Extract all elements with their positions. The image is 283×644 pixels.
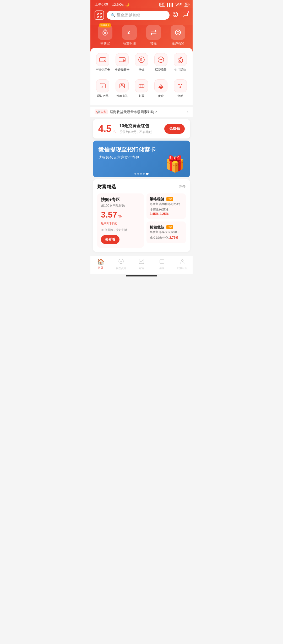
right-card-wenjiandibo[interactable]: 稳健低波 代销 季季宝 乐享天天购90··· 成立以来年化 2.76% (146, 221, 186, 243)
wealth-section-header: 财富精选 更多 (97, 184, 186, 190)
message-button[interactable]: 2 (182, 11, 188, 19)
service-apply-saving[interactable]: 申请储蓄卡 (113, 53, 131, 72)
right-card-2-tag: 代销 (166, 225, 173, 229)
borrow-icon: ¥ (135, 53, 148, 66)
nav-review[interactable]: 收盘点评 (111, 258, 131, 270)
wifi-icon: WiFi (176, 3, 182, 7)
right-card-2-title: 稳健低波 (150, 225, 164, 229)
service-borrow[interactable]: ¥ 借钱 (132, 53, 151, 72)
gold-info: 10毫克黄金红包 价值约4.5元，不容错过 (119, 123, 161, 134)
service-label-credit: 申请信用卡 (96, 68, 110, 72)
gold-amount-wrap: 4.5 元 (98, 124, 116, 134)
news-text: 理财收益受哪些市场因素影响？ (110, 110, 185, 114)
life-icon (159, 258, 165, 266)
quick-item-zhanghu[interactable]: 账户总览 (171, 25, 185, 46)
svg-point-41 (122, 84, 123, 85)
movie-icon (135, 79, 148, 92)
search-bar[interactable]: 🔍 砸金蛋 抽锦鲤 (107, 11, 170, 20)
service-movie[interactable]: 影票 (132, 79, 151, 98)
right-card-celuewenjian[interactable]: 策略稳健 代销 定期宝 嘉和稳选封闭3号 业绩比较基准 3.45%-4.25% (146, 193, 186, 219)
left-card-risk: R1低风险，实时到账 (101, 228, 140, 232)
right-card-2-sub: 季季宝 乐享天天购90··· (150, 230, 183, 234)
nav-home[interactable]: 🏠 首页 (90, 258, 111, 270)
gold-claim-button[interactable]: 免费领 (164, 124, 185, 134)
banner-dots (134, 173, 149, 175)
signal-icon: ▌▌▌ (167, 3, 174, 7)
svg-rect-24 (100, 60, 102, 60)
zhanghu-icon-wrap (171, 25, 185, 40)
quick-item-chaochaobao[interactable]: 抽体验金 朝朝宝 (98, 25, 112, 46)
service-recommend[interactable]: 推荐有礼 (113, 79, 131, 98)
header-icons: 2 (172, 11, 188, 19)
service-gold[interactable]: 黄金 (152, 79, 170, 98)
left-card-subtitle: 超100支产品任选 (101, 204, 140, 208)
phone-icon (154, 53, 167, 66)
promo-badge: 抽体验金 (99, 23, 111, 27)
battery-icon: 58 (184, 3, 188, 7)
nav-wealth[interactable]: 财富 (131, 258, 152, 270)
home-indicator (126, 275, 157, 276)
banner-title: 微信提现至招行储蓄卡 (98, 146, 185, 154)
service-apply-credit[interactable]: 申请信用卡 (94, 53, 112, 72)
wealth-cards: 快赎+专区 超100支产品任选 3.57 % 最高7日年化 R1低风险，实时到账… (97, 193, 186, 248)
wealth-more-button[interactable]: 更多 (178, 184, 186, 189)
right-card-2-header: 稳健低波 代销 (150, 225, 183, 230)
wealth-icon: ¥ (96, 79, 109, 92)
svg-point-53 (181, 84, 182, 85)
wealth-nav-icon (139, 258, 144, 266)
svg-rect-1 (100, 13, 102, 14)
service-label-phone: 话费流量 (155, 68, 167, 72)
all-icon (174, 79, 187, 92)
svg-point-12 (176, 14, 176, 14)
quick-item-shouzhi[interactable]: ¥ 收支明细 (122, 25, 137, 46)
banner-decoration: 🎁 (165, 155, 185, 173)
right-card-1-rate: 业绩比较基准 3.45%-4.25% (150, 208, 183, 216)
svg-text:¥: ¥ (140, 58, 142, 62)
service-all[interactable]: 全部 (171, 79, 189, 98)
svg-rect-42 (139, 84, 144, 88)
left-card-btn[interactable]: 去看看 (101, 235, 119, 244)
service-wealth[interactable]: ¥ 理财产品 (94, 79, 112, 98)
home-icon: 🏠 (97, 258, 104, 265)
dot-3 (140, 173, 142, 175)
news-banner[interactable]: 📢 头条 理财收益受哪些市场因素影响？ › (90, 107, 193, 117)
quick-item-zhuanzhang[interactable]: 转账 (146, 25, 161, 46)
service-phone[interactable]: 话费流量 (152, 53, 170, 72)
wealth-card-kuaishang[interactable]: 快赎+专区 超100支产品任选 3.57 % 最高7日年化 R1低风险，实时到账… (97, 193, 144, 248)
nav-life-label: 生活 (159, 267, 165, 270)
gold-amount-unit: 元 (113, 129, 116, 133)
svg-rect-48 (159, 86, 163, 87)
nav-life[interactable]: 生活 (152, 258, 172, 270)
hd-label: HD (159, 3, 165, 7)
scan-button[interactable] (95, 10, 104, 20)
nav-community-label: 我的社区 (177, 267, 188, 270)
nav-home-label: 首页 (98, 266, 103, 270)
service-section: 申请信用卡 申请储蓄卡 ¥ 借钱 (90, 48, 193, 105)
svg-rect-40 (120, 84, 124, 88)
service-label-wealth: 理财产品 (97, 94, 108, 98)
right-card-2-rate: 成立以来年化 2.76% (150, 236, 183, 240)
zhuanzhang-icon-wrap (146, 25, 161, 40)
svg-point-35 (179, 60, 181, 62)
wealth-section-title: 财富精选 (97, 184, 116, 190)
nav-community[interactable]: 我的社区 (172, 258, 193, 270)
gold-subtitle: 价值约4.5元，不容错过 (119, 130, 161, 134)
customer-service-button[interactable] (172, 11, 178, 19)
svg-point-54 (180, 87, 181, 87)
dot-5-active (146, 173, 149, 175)
svg-rect-2 (97, 16, 99, 18)
service-grid-row1: 申请信用卡 申请储蓄卡 ¥ 借钱 (93, 53, 190, 72)
quick-label-zhuanzhang: 转账 (150, 41, 157, 46)
svg-rect-22 (100, 58, 106, 62)
right-card-1-tag: 代销 (166, 197, 173, 201)
quick-label-zhanghu: 账户总览 (172, 41, 184, 46)
recommend-icon (116, 79, 129, 92)
svg-text:¥: ¥ (127, 30, 130, 35)
banner-carousel[interactable]: 微信提现至招行储蓄卡 达标领46元京东支付券包 🎁 (93, 141, 190, 177)
quick-label-shouzhi: 收支明细 (123, 41, 136, 46)
svg-text:¥: ¥ (101, 86, 103, 88)
message-badge: 2 (187, 10, 190, 13)
svg-point-52 (179, 84, 179, 85)
service-hot[interactable]: 热门活动 (171, 53, 189, 72)
svg-rect-14 (104, 32, 106, 34)
